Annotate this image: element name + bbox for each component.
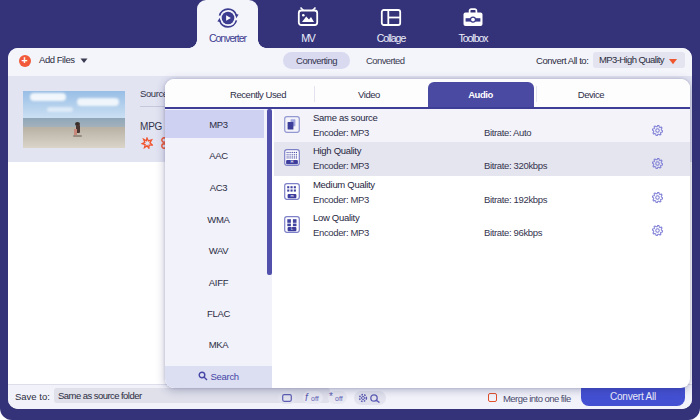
svg-text:m: m	[290, 193, 293, 198]
svg-text:H: H	[290, 159, 293, 164]
